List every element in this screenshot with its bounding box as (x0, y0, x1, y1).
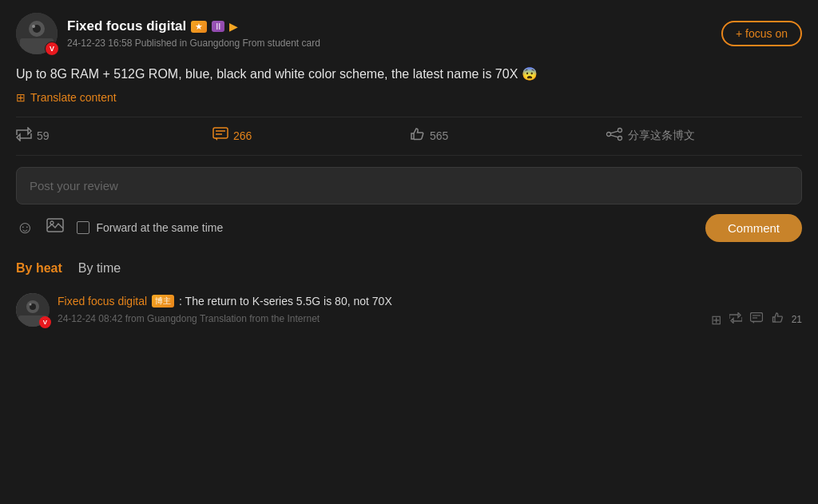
review-section: Post your review ☺ Forward at the same t… (16, 167, 802, 242)
svg-point-10 (618, 136, 622, 140)
comment-author-name: Fixed focus digital (58, 295, 147, 308)
author-details: Fixed focus digital ★ II ▶ 24-12-23 16:5… (67, 18, 320, 49)
svg-point-9 (618, 128, 622, 132)
comment-translate-icon[interactable]: ⊞ (711, 312, 721, 327)
vip-badge: V (45, 42, 59, 56)
repost-action[interactable]: 59 (16, 127, 212, 145)
like-count: 565 (430, 129, 448, 142)
comment-meta: 24-12-24 08:42 from Guangdong Translatio… (58, 313, 703, 324)
sort-by-heat[interactable]: By heat (16, 261, 62, 276)
svg-point-3 (32, 25, 35, 28)
forward-label: Forward at the same time (96, 221, 223, 234)
svg-rect-5 (213, 128, 228, 138)
post-meta: 24-12-23 16:58 Published in Guangdong Fr… (67, 38, 320, 49)
author-name: Fixed focus digital (67, 18, 186, 34)
post-content: Up to 8G RAM + 512G ROM, blue, black and… (16, 64, 802, 85)
comment-item: V Fixed focus digital 博主 : The return to… (16, 293, 802, 337)
badge-arrow: ▶ (229, 20, 238, 33)
badge-star: ★ (191, 21, 207, 33)
comment-icon (212, 127, 228, 145)
focus-button[interactable]: + focus on (721, 21, 802, 46)
post-text: Up to 8G RAM + 512G ROM, blue, black and… (16, 67, 538, 81)
comment-actions-right: ⊞ 21 (711, 293, 802, 327)
translate-label: Translate content (30, 91, 117, 104)
share-action[interactable]: 分享这条博文 (606, 127, 802, 145)
comment-like-count: 21 (792, 314, 802, 325)
action-bar: 59 266 565 (16, 117, 802, 156)
comment-text: : The return to K-series 5.5G is 80, not… (179, 293, 392, 310)
svg-rect-13 (47, 219, 63, 232)
share-icon (606, 127, 623, 145)
avatar: V (16, 13, 58, 54)
review-input[interactable]: Post your review (16, 167, 802, 204)
repost-icon (16, 127, 32, 145)
comment-avatar: V (16, 293, 50, 327)
comment-vip-badge: V (39, 316, 51, 328)
emoji-icon[interactable]: ☺ (16, 217, 34, 238)
input-toolbar: ☺ Forward at the same time Comment (16, 214, 802, 242)
sort-by-time[interactable]: By time (78, 261, 121, 276)
comment-repost-icon[interactable] (729, 312, 742, 327)
review-placeholder: Post your review (30, 179, 118, 192)
post-header: V Fixed focus digital ★ II ▶ 24-12-23 16… (16, 13, 802, 54)
like-action[interactable]: 565 (409, 127, 606, 145)
sort-tabs: By heat By time (16, 253, 802, 284)
translate-icon: ⊞ (16, 91, 26, 104)
forward-checkbox[interactable] (77, 221, 89, 234)
repost-count: 59 (37, 129, 50, 142)
translate-button[interactable]: ⊞ Translate content (16, 91, 802, 104)
svg-point-8 (607, 132, 611, 136)
svg-rect-20 (750, 313, 762, 322)
comment-count: 266 (233, 129, 252, 142)
image-icon[interactable] (46, 217, 64, 238)
comment-content: Fixed focus digital 博主 : The return to K… (58, 293, 703, 324)
badge-level: II (212, 21, 224, 32)
forward-checkbox-row[interactable]: Forward at the same time (77, 221, 693, 234)
like-icon (409, 127, 425, 145)
comment-host-badge: 博主 (152, 295, 174, 308)
comment-reply-icon[interactable] (750, 312, 763, 327)
svg-line-11 (610, 131, 618, 133)
share-label: 分享这条博文 (628, 129, 695, 143)
svg-point-18 (30, 303, 32, 305)
comment-button[interactable]: Comment (705, 214, 802, 242)
svg-line-12 (610, 135, 618, 137)
comment-like-icon[interactable] (771, 312, 784, 327)
comment-action[interactable]: 266 (212, 127, 409, 145)
author-info: V Fixed focus digital ★ II ▶ 24-12-23 16… (16, 13, 320, 54)
